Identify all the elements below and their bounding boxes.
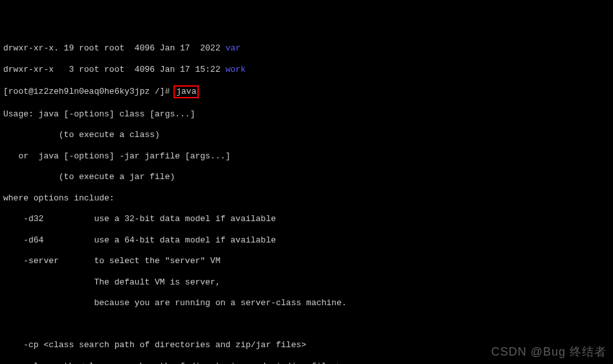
ls-perm: drwxr-xr-x 3 root root 4096 Jan 17 15:22 xyxy=(3,65,225,74)
highlighted-command: java xyxy=(173,85,199,98)
output-line: or java [-options] -jar jarfile [args...… xyxy=(3,151,610,162)
ls-entry-var: drwxr-xr-x. 19 root root 4096 Jan 17 202… xyxy=(3,43,610,54)
ls-entry-work: drwxr-xr-x 3 root root 4096 Jan 17 15:22… xyxy=(3,65,610,75)
output-line: Usage: java [-options] class [args...] xyxy=(3,109,610,120)
dir-work: work xyxy=(225,65,245,74)
output-line: The default VM is server, xyxy=(3,277,610,288)
output-line: -server to select the "server" VM xyxy=(3,256,610,266)
output-line: where options include: xyxy=(3,193,610,204)
output-line: -d64 use a 64-bit data model if availabl… xyxy=(3,235,610,246)
output-line: because you are running on a server-clas… xyxy=(3,298,610,308)
command-text: java xyxy=(176,87,196,96)
ls-perm: drwxr-xr-x. 19 root root 4096 Jan 17 202… xyxy=(3,43,225,53)
output-line: (to execute a class) xyxy=(3,130,610,140)
dir-var: var xyxy=(225,43,240,53)
watermark: CSDN @Bug 终结者 xyxy=(491,345,607,359)
output-line: -d32 use a 32-bit data model if availabl… xyxy=(3,214,610,224)
shell-prompt: [root@iz2zeh9ln0eaq0he6ky3jpz /]# xyxy=(3,87,175,96)
output-line: -classpath <class search path of directo… xyxy=(3,361,610,365)
output-line: (to execute a jar file) xyxy=(3,172,610,182)
command-line[interactable]: [root@iz2zeh9ln0eaq0he6ky3jpz /]# java xyxy=(3,85,610,98)
